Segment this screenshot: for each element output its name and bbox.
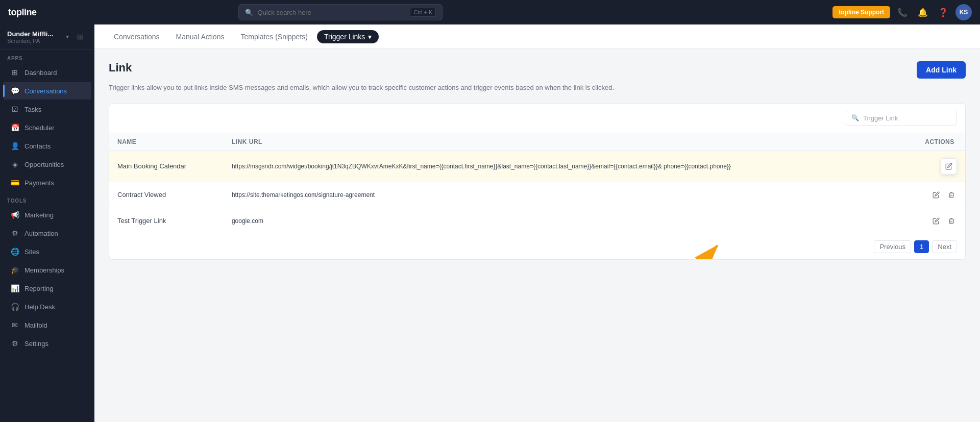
- table-toolbar: 🔍 Trigger Link: [109, 104, 965, 133]
- edit-button-row1[interactable]: [941, 158, 957, 175]
- search-input[interactable]: [257, 9, 406, 16]
- links-table-container: 🔍 Trigger Link Name Link URL Actions: [109, 103, 966, 260]
- sidebar-item-sites[interactable]: 🌐 Sites: [3, 243, 91, 260]
- support-button[interactable]: topline Support: [832, 6, 890, 18]
- sidebar-expand-button[interactable]: ⊞: [73, 30, 87, 44]
- sidebar-item-automation[interactable]: ⚙ Automation: [3, 225, 91, 242]
- table-row: Test Trigger Link google.com: [109, 208, 965, 234]
- sidebar-item-memberships[interactable]: 🎓 Memberships: [3, 261, 91, 279]
- automation-icon: ⚙: [10, 229, 19, 238]
- workspace-chevron-icon: ▾: [66, 33, 69, 40]
- sidebar-item-label: Mailfold: [24, 321, 47, 329]
- sidebar-item-mailfold[interactable]: ✉ Mailfold: [3, 316, 91, 334]
- sidebar-item-conversations[interactable]: 💬 Conversations: [3, 82, 91, 100]
- page-1-button[interactable]: 1: [914, 240, 929, 253]
- sidebar-item-payments[interactable]: 💳 Payments: [3, 174, 91, 191]
- app-logo: topline: [8, 7, 37, 18]
- delete-button-row2[interactable]: [946, 189, 957, 201]
- sidebar-item-label: Tasks: [24, 106, 41, 113]
- trigger-links-chevron-icon: ▾: [368, 33, 372, 41]
- memberships-icon: 🎓: [10, 265, 19, 275]
- row-name: Main Booking Calendar: [109, 151, 224, 182]
- search-icon: 🔍: [245, 9, 253, 16]
- sidebar-item-reporting[interactable]: 📊 Reporting: [3, 280, 91, 297]
- sidebar-item-label: Payments: [24, 179, 54, 187]
- link-url-text: google.com: [232, 217, 263, 225]
- sidebar-item-label: Marketing: [24, 211, 54, 219]
- workspace-location: Scranton, PA: [7, 38, 62, 44]
- col-actions: Actions: [914, 133, 965, 151]
- sidebar-item-tasks[interactable]: ☑ Tasks: [3, 101, 91, 118]
- logo-text: topline: [8, 7, 37, 17]
- sidebar-item-dashboard[interactable]: ⊞ Dashboard: [3, 64, 91, 81]
- sidebar-item-label: Opportunities: [24, 161, 64, 168]
- tasks-icon: ☑: [10, 105, 19, 114]
- contacts-icon: 👤: [10, 141, 19, 151]
- top-navigation: topline 🔍 Ctrl + K topline Support 📞 🔔 ❓…: [0, 0, 980, 24]
- sidebar-item-marketing[interactable]: 📢 Marketing: [3, 206, 91, 224]
- row-url: google.com: [224, 208, 914, 234]
- col-name: Name: [109, 133, 224, 151]
- opportunities-icon: ◈: [10, 160, 19, 169]
- tab-templates[interactable]: Templates (Snippets): [233, 30, 315, 44]
- row-actions: [914, 151, 965, 182]
- mailfold-icon: ✉: [10, 320, 19, 330]
- sidebar-item-label: Reporting: [24, 285, 53, 292]
- sidebar-item-settings[interactable]: ⚙ Settings: [3, 335, 91, 352]
- tab-manual-actions[interactable]: Manual Actions: [169, 30, 232, 44]
- sidebar-item-contacts[interactable]: 👤 Contacts: [3, 137, 91, 155]
- table-row: Contract Viewed https://site.themarketin…: [109, 182, 965, 208]
- previous-page-button[interactable]: Previous: [874, 240, 911, 253]
- action-icons-row3: [922, 215, 957, 227]
- payments-icon: 💳: [10, 178, 19, 187]
- edit-icon-row1: [945, 163, 952, 170]
- search-placeholder-text: Trigger Link: [863, 114, 898, 122]
- add-link-button[interactable]: Add Link: [917, 61, 966, 79]
- page-content: Link Add Link Trigger links allow you to…: [94, 49, 980, 422]
- notifications-icon-button[interactable]: 🔔: [915, 4, 931, 20]
- sidebar-item-label: Dashboard: [24, 69, 57, 77]
- sidebar-item-opportunities[interactable]: ◈ Opportunities: [3, 156, 91, 173]
- page-description: Trigger links allow you to put links ins…: [109, 83, 966, 93]
- sites-icon: 🌐: [10, 247, 19, 256]
- delete-button-row3[interactable]: [946, 215, 957, 227]
- marketing-icon: 📢: [10, 210, 19, 219]
- helpdesk-icon: 🎧: [10, 302, 19, 311]
- row-url: https://site.themarketingos.com/signatur…: [224, 182, 914, 208]
- sidebar-item-label: Automation: [24, 230, 58, 237]
- row-actions: [914, 208, 965, 234]
- link-url-text: https://msgsndr.com/widget/booking/jt1N3…: [232, 163, 731, 170]
- sidebar-item-label: Settings: [24, 340, 48, 347]
- scheduler-icon: 📅: [10, 123, 19, 132]
- action-icons-row1: [922, 158, 957, 175]
- next-page-button[interactable]: Next: [932, 240, 957, 253]
- sidebar-item-helpdesk[interactable]: 🎧 Help Desk: [3, 298, 91, 315]
- workspace-selector[interactable]: Dunder Miffli... Scranton, PA ▾ ⊞: [0, 24, 94, 49]
- main-content: Conversations Manual Actions Templates (…: [94, 24, 980, 422]
- trigger-links-label: Trigger Links: [324, 33, 365, 41]
- row-name: Test Trigger Link: [109, 208, 224, 234]
- tab-trigger-links[interactable]: Trigger Links ▾: [317, 30, 379, 43]
- tab-conversations[interactable]: Conversations: [107, 30, 167, 44]
- edit-icon-row2: [933, 191, 940, 198]
- conversations-icon: 💬: [10, 86, 19, 95]
- row-url: https://msgsndr.com/widget/booking/jt1N3…: [224, 151, 914, 182]
- help-icon-button[interactable]: ❓: [935, 4, 951, 20]
- sidebar-item-scheduler[interactable]: 📅 Scheduler: [3, 119, 91, 136]
- page-title: Link: [109, 61, 132, 75]
- table-row: Main Booking Calendar https://msgsndr.co…: [109, 151, 965, 182]
- edit-button-row2[interactable]: [930, 189, 942, 201]
- global-search[interactable]: 🔍 Ctrl + K: [238, 4, 443, 20]
- trigger-link-search[interactable]: 🔍 Trigger Link: [845, 111, 957, 126]
- sidebar-item-label: Conversations: [24, 87, 67, 95]
- page-header: Link Add Link: [109, 61, 966, 79]
- pagination: Previous 1 Next: [109, 234, 965, 259]
- edit-button-row3[interactable]: [930, 215, 942, 227]
- nav-actions: topline Support 📞 🔔 ❓ KS: [832, 4, 972, 20]
- user-avatar[interactable]: KS: [955, 4, 972, 20]
- sidebar: Dunder Miffli... Scranton, PA ▾ ⊞ Apps ⊞…: [0, 24, 94, 422]
- workspace-name: Dunder Miffli...: [7, 30, 62, 38]
- delete-icon-row2: [948, 191, 955, 198]
- action-icons-row2: [922, 189, 957, 201]
- phone-icon-button[interactable]: 📞: [894, 4, 911, 20]
